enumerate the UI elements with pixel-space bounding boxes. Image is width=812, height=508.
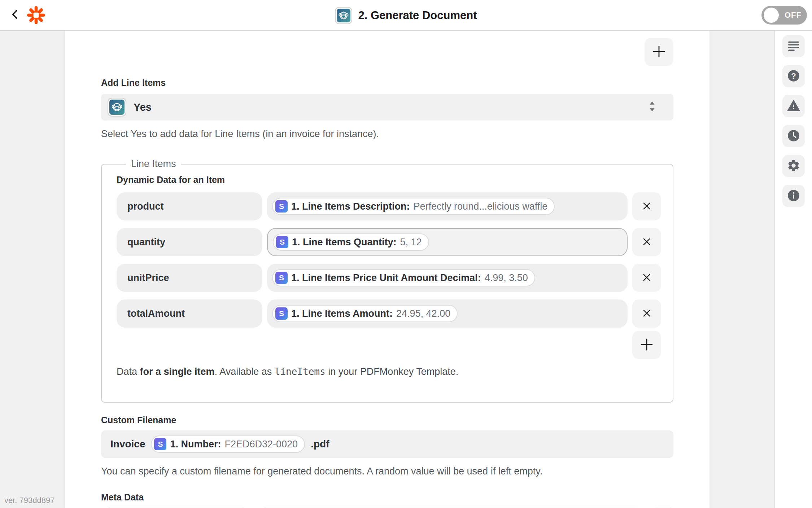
zapier-logo-icon[interactable] (26, 5, 46, 25)
dynamic-data-label: Dynamic Data for an Item (117, 175, 661, 185)
table-row: totalAmount S 1. Line Items Amount: 24.9… (117, 299, 661, 327)
step-settings-panel: Add Line Items (65, 31, 710, 508)
value-input[interactable]: S 1. Line Items Price Unit Amount Decima… (267, 264, 628, 292)
zap-on-off-toggle[interactable]: OFF (761, 6, 807, 25)
select-updown-icon (647, 100, 657, 114)
close-icon (641, 272, 652, 284)
mapped-field-token[interactable]: S 1. Line Items Quantity: 5, 12 (273, 233, 429, 251)
editor-canvas: Add Line Items (0, 31, 812, 508)
line-items-footnote: Data for a single item. Available as lin… (117, 366, 661, 377)
history-button[interactable] (782, 125, 805, 147)
remove-row-button[interactable] (632, 192, 661, 220)
help-button[interactable]: ? (782, 65, 805, 87)
plus-icon (651, 44, 667, 60)
mapping-rows: product S 1. Line Items Description: Per… (117, 192, 661, 327)
remove-row-button[interactable] (632, 264, 661, 292)
table-row: quantity S 1. Line Items Quantity: 5, 12 (117, 228, 661, 255)
toggle-state-label: OFF (785, 10, 802, 20)
toggle-knob (764, 8, 779, 23)
key-input[interactable]: quantity (117, 228, 262, 256)
stripe-badge-icon: S (154, 438, 166, 450)
table-row: product S 1. Line Items Description: Per… (117, 192, 661, 219)
close-icon (641, 308, 652, 320)
filename-prefix: Invoice (110, 438, 145, 450)
help-icon: ? (787, 69, 800, 84)
mapped-field-token[interactable]: S 1. Line Items Price Unit Amount Decima… (272, 269, 535, 286)
filename-suffix: .pdf (311, 438, 329, 450)
settings-icon (787, 159, 800, 174)
add-field-button-top[interactable] (645, 38, 673, 66)
add-line-items-label: Add Line Items (101, 78, 673, 88)
stripe-badge-icon: S (276, 236, 288, 248)
add-line-items-value: Yes (134, 101, 152, 113)
value-input[interactable]: S 1. Line Items Amount: 24.95, 42.00 (267, 299, 628, 328)
step-title: 2. Generate Document (358, 9, 477, 22)
custom-filename-help: You can specify a custom filename for ge… (101, 466, 673, 477)
stripe-badge-icon: S (275, 272, 288, 284)
info-icon (787, 189, 800, 203)
mapped-field-token[interactable]: S 1. Number: F2ED6D32-0020 (151, 435, 305, 453)
pdfmonkey-app-icon (335, 7, 352, 24)
stripe-badge-icon: S (275, 200, 288, 213)
warning-icon (786, 98, 801, 114)
close-icon (641, 201, 652, 213)
key-input[interactable]: unitPrice (117, 264, 262, 292)
pdfmonkey-app-icon (108, 98, 126, 117)
add-line-items-help: Select Yes to add data for Line Items (i… (101, 128, 673, 140)
svg-text:?: ? (791, 71, 796, 80)
plus-icon (639, 337, 654, 353)
mapped-field-token[interactable]: S 1. Line Items Amount: 24.95, 42.00 (272, 305, 458, 322)
stripe-badge-icon: S (275, 307, 288, 320)
add-line-items-select[interactable]: Yes (101, 94, 673, 121)
custom-filename-label: Custom Filename (101, 415, 673, 425)
right-toolbar: ? (774, 31, 812, 508)
info-button[interactable] (782, 185, 805, 207)
table-row: unitPrice S 1. Line Items Price Unit Amo… (117, 264, 661, 291)
back-button[interactable] (6, 6, 24, 24)
value-input[interactable]: S 1. Line Items Quantity: 5, 12 (267, 228, 628, 256)
close-icon (641, 236, 652, 248)
line-items-legend: Line Items (126, 158, 181, 170)
remove-row-button[interactable] (632, 228, 661, 256)
key-input[interactable]: product (117, 192, 262, 220)
history-icon (787, 129, 800, 144)
value-input[interactable]: S 1. Line Items Description: Perfectly r… (267, 192, 628, 220)
notes-button[interactable] (782, 35, 805, 57)
chevron-left-icon (9, 8, 21, 22)
version-label: ver. 793dd897 (4, 496, 54, 505)
add-row-button[interactable] (632, 331, 661, 359)
warning-button[interactable] (782, 95, 805, 117)
meta-data-label: Meta Data (101, 492, 673, 503)
settings-button[interactable] (782, 155, 805, 177)
notes-icon (787, 39, 800, 53)
key-input[interactable]: totalAmount (117, 299, 262, 328)
line-items-group: Line Items Dynamic Data for an Item prod… (101, 158, 673, 403)
remove-row-button[interactable] (632, 299, 661, 328)
custom-filename-input[interactable]: Invoice S 1. Number: F2ED6D32-0020 .pdf (101, 430, 673, 458)
mapped-field-token[interactable]: S 1. Line Items Description: Perfectly r… (272, 198, 555, 215)
topbar: 2. Generate Document OFF (0, 0, 812, 31)
